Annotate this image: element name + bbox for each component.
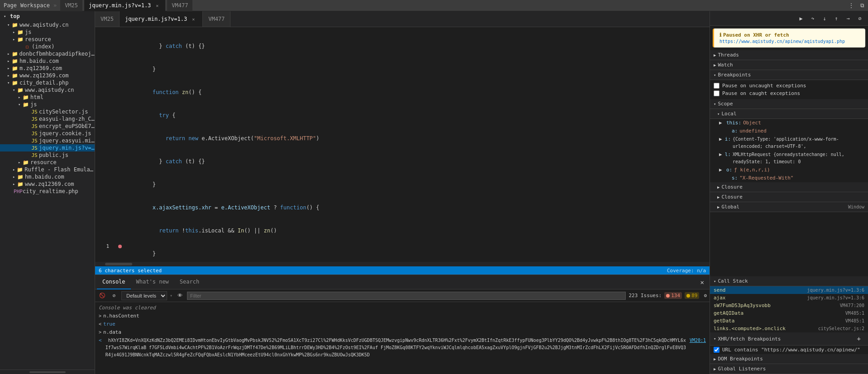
tab-close-icon[interactable]: ✕ (153, 2, 161, 9)
sidebar-item-city-realtime[interactable]: PHP city_realtime.php (0, 188, 95, 195)
folder-chevron-icon (13, 88, 17, 92)
expand-icon[interactable]: ▶ (719, 166, 724, 174)
folder-icon: 📁 (17, 87, 24, 93)
sidebar-item-city-detail[interactable]: 📁 city_detail.php (0, 79, 95, 86)
global-header[interactable]: ▶ Global Window (710, 202, 868, 212)
output-arrow-icon: < (99, 337, 102, 344)
panel-icon[interactable]: ⧉ (860, 2, 864, 9)
tab-vm477[interactable]: VM477 (167, 0, 192, 11)
call-stack-ajax[interactable]: ajax jquery.min.js?v=1.3:6 (710, 294, 868, 302)
call-stack-links[interactable]: links.<computed>.onclick citySelector.js… (710, 325, 868, 332)
add-xhr-breakpoint-icon[interactable]: + (854, 334, 864, 343)
scope-header[interactable]: ▾ Scope (710, 99, 868, 109)
call-stack-getaqi[interactable]: getAQIData VM485:1 (710, 309, 868, 317)
scrollbar-thumb[interactable] (105, 263, 132, 265)
breakpoint-gutter (115, 27, 125, 262)
horizontal-scrollbar[interactable] (95, 262, 710, 266)
sidebar-item-ruffle[interactable]: 📁 Ruffle - Flash Emulator (0, 166, 95, 173)
close-bottom-panel-icon[interactable]: ✕ (697, 279, 708, 286)
eye-icon[interactable]: 👁 (175, 291, 184, 300)
pause-caught-checkbox[interactable] (714, 90, 719, 96)
editor-status-bar: 6 characters selected Coverage: n/a (95, 266, 710, 275)
block-icon[interactable]: ⊘ (110, 291, 119, 300)
call-stack-getdata[interactable]: getData VM485:1 (710, 317, 868, 325)
sidebar-item-donbcf[interactable]: 📁 donbcfbmhbcapadipfkeojnn (0, 50, 95, 57)
sidebar-item-jquery-min[interactable]: JS jquery.min.js?v=1.3 (0, 144, 95, 151)
code-editor[interactable]: 1 (95, 27, 710, 262)
sidebar-item-js2[interactable]: 📁 js (0, 101, 95, 108)
sidebar-header[interactable]: top (0, 11, 95, 21)
resume-icon[interactable]: ▶ (796, 14, 806, 23)
pause-uncaught-row[interactable]: Pause on uncaught exceptions (714, 82, 864, 90)
step-over-icon[interactable]: ↷ (808, 14, 817, 23)
editor-tab-vm25[interactable]: VM25 (95, 11, 120, 27)
line-num (95, 196, 112, 204)
dom-breakpoints-header[interactable]: ▶ DOM Breakpoints (710, 354, 868, 364)
sidebar-item-encrypt[interactable]: JS encrypt_euPSObE7Vf2 (0, 123, 95, 130)
sidebar-item-aqistudy[interactable]: 📁 www.aqistudy.cn (0, 21, 95, 28)
sidebar-item-public[interactable]: JS public.js (0, 151, 95, 159)
sidebar-item-www-zq12369-2[interactable]: 📁 www.zq12369.com (0, 180, 95, 188)
log-level-select[interactable]: Default levels (121, 291, 167, 300)
pause-caught-row[interactable]: Pause on caught exceptions (714, 90, 864, 97)
tree-item-label: html (30, 94, 43, 100)
folder-chevron-icon (13, 167, 17, 172)
vm-link[interactable]: VM20:1 (690, 337, 706, 344)
folder-icon: 📁 (12, 65, 18, 71)
root-chevron-icon (4, 14, 8, 19)
editor-tab-close-icon[interactable]: ✕ (190, 15, 197, 23)
sidebar-item-aqistudy2[interactable]: 📁 www.aqistudy.cn (0, 86, 95, 94)
expand-icon[interactable]: ▶ (719, 119, 724, 127)
ban-icon[interactable]: 🚫 (98, 291, 107, 300)
section-arrow-icon: ▾ (714, 336, 716, 341)
editor-tab-jquery[interactable]: jquery.min.js?v=1.3 ✕ (120, 11, 203, 27)
closure1-header[interactable]: ▶ Closure (710, 182, 868, 192)
sidebar-item-m-zq12369[interactable]: 📁 m.zq12369.com (0, 65, 95, 72)
more-options-icon[interactable]: ⋮ (849, 2, 854, 9)
sidebar-item-city-selector[interactable]: JS citySelector.js (0, 108, 95, 115)
output-arrow-icon: < (99, 321, 101, 328)
local-header[interactable]: ▾ Local (710, 109, 868, 119)
workspace-label[interactable]: Workspace (20, 2, 50, 9)
xhr-breakpoint-checkbox[interactable] (714, 347, 719, 353)
gutter-row (115, 89, 125, 96)
tab-console[interactable]: Console (97, 275, 131, 289)
settings-icon[interactable]: ⚙ (704, 293, 707, 298)
call-stack-header[interactable]: ▾ Call Stack (710, 276, 868, 286)
sidebar-item-cookie[interactable]: JS jquery.cookie.js (0, 130, 95, 137)
closure2-header[interactable]: ▶ Closure (710, 192, 868, 202)
sidebar-item-index[interactable]: ◻ (index) (0, 43, 95, 50)
tab-jquery-main[interactable]: jquery.min.js?v=1.3 ✕ (84, 0, 165, 11)
tab-vm25[interactable]: VM25 (60, 0, 82, 11)
editor-tab-vm477[interactable]: VM477 (203, 11, 230, 27)
tab-whatsnew[interactable]: What's new (131, 275, 174, 289)
xhr-fetch-header[interactable]: ▾ XHR/fetch Breakpoints + (710, 332, 868, 346)
line-num (95, 127, 112, 135)
expand-icon[interactable]: ▶ (719, 151, 723, 158)
file-tree: 📁 www.aqistudy.cn 📁 js 📁 resource ◻ (ind… (0, 21, 95, 369)
console-filter-input[interactable] (187, 292, 626, 300)
deactivate-breakpoints-icon[interactable]: ⊘ (855, 14, 864, 23)
step-into-icon[interactable]: ↓ (820, 14, 829, 23)
sidebar-item-jquery-easyui[interactable]: JS jquery.easyui.min.js (0, 137, 95, 144)
sidebar-item-js[interactable]: 📁 js (0, 28, 95, 36)
sidebar-item-html[interactable]: 📁 html (0, 94, 95, 101)
step-out-icon[interactable]: ↑ (832, 14, 841, 23)
sidebar-item-hm-baidu[interactable]: 📁 hm.baidu.com (0, 57, 95, 65)
step-back-icon[interactable]: → (844, 14, 853, 23)
expand-icon[interactable]: ▶ (719, 136, 723, 143)
threads-header[interactable]: ▶ Threads (710, 50, 868, 60)
sidebar-item-www-zq12369[interactable]: 📁 www.zq12369.com (0, 72, 95, 79)
breakpoints-header[interactable]: ▾ Breakpoints (710, 70, 868, 80)
call-stack-send[interactable]: send jquery.min.js?v=1.3:6 (710, 286, 868, 294)
call-stack-sw7[interactable]: sW7FumD53pAq3ysvobb VM477:200 (710, 302, 868, 309)
sidebar-item-easyui[interactable]: JS easyui-lang-zh_CN.js (0, 115, 95, 123)
global-listeners-header[interactable]: ▶ Global Listeners (710, 364, 868, 374)
sidebar-item-resource[interactable]: 📁 resource (0, 36, 95, 43)
scope-l: ▶ l: XMLHttpRequest {onreadystatechange:… (710, 151, 868, 166)
sidebar-item-hm-baidu2[interactable]: 📁 hm.baidu.com (0, 173, 95, 180)
watch-header[interactable]: ▶ Watch (710, 60, 868, 70)
sidebar-item-resource2[interactable]: 📁 resource (0, 159, 95, 166)
tab-search[interactable]: Search (174, 275, 205, 289)
pause-uncaught-checkbox[interactable] (714, 83, 719, 89)
